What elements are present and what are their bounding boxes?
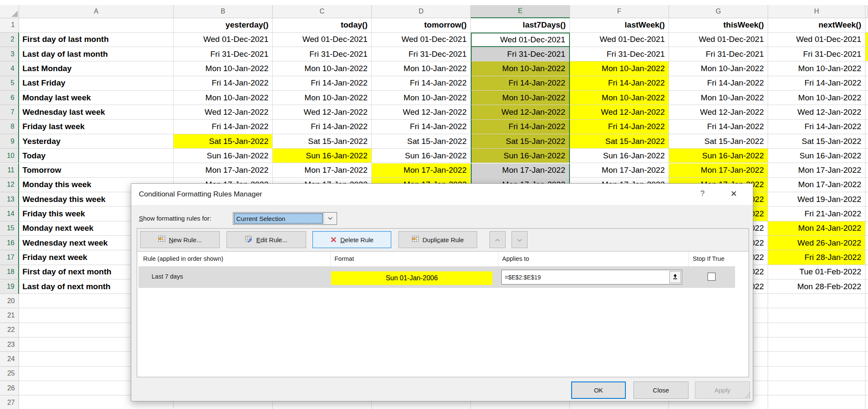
cell-H13[interactable]: Wed 19-Jan-2022 bbox=[768, 192, 865, 207]
cell-H12[interactable]: Mon 17-Jan-2022 bbox=[768, 178, 865, 192]
row-header-9[interactable]: 9 bbox=[0, 134, 19, 149]
cell-I22[interactable] bbox=[865, 323, 868, 337]
column-header-C[interactable]: C bbox=[273, 5, 372, 18]
cell-H26[interactable] bbox=[768, 381, 865, 395]
cell-F7[interactable]: Wed 12-Jan-2022 bbox=[570, 105, 669, 119]
row-header-19[interactable]: 19 bbox=[0, 279, 19, 294]
row-header-5[interactable]: 5 bbox=[0, 76, 19, 91]
cell-H14[interactable]: Fri 21-Jan-2022 bbox=[768, 207, 865, 221]
delete-rule-button[interactable]: ✕ Delete Rule bbox=[312, 231, 391, 248]
cell-H8[interactable]: Fri 14-Jan-2022 bbox=[768, 120, 865, 134]
cell-E3[interactable]: Fri 31-Dec-2021 bbox=[471, 47, 570, 61]
column-header-I[interactable] bbox=[865, 5, 868, 18]
cell-H24[interactable] bbox=[768, 352, 865, 366]
row-header-15[interactable]: 15 bbox=[0, 221, 19, 236]
cell-E6[interactable]: Mon 10-Jan-2022 bbox=[471, 91, 570, 105]
row-header-17[interactable]: 17 bbox=[0, 250, 19, 265]
select-all-corner[interactable] bbox=[0, 5, 19, 18]
cell-B10[interactable]: Sun 16-Jan-2022 bbox=[174, 149, 273, 163]
cell-E11[interactable]: Mon 17-Jan-2022 bbox=[471, 163, 570, 178]
cell-H18[interactable]: Tue 01-Feb-2022 bbox=[768, 265, 865, 279]
cell-I4[interactable] bbox=[865, 61, 868, 76]
column-header-B[interactable]: B bbox=[174, 5, 273, 18]
cell-A11[interactable]: Tomorrow bbox=[19, 163, 174, 178]
cell-G2[interactable]: Wed 01-Dec-2021 bbox=[669, 33, 768, 47]
cell-E2[interactable]: Wed 01-Dec-2021 bbox=[471, 33, 570, 47]
cell-I20[interactable] bbox=[865, 294, 868, 308]
cell-H2[interactable]: Wed 01-Dec-2021 bbox=[768, 33, 865, 47]
cell-C4[interactable]: Mon 10-Jan-2022 bbox=[273, 61, 372, 76]
cell-I26[interactable] bbox=[865, 381, 868, 395]
cell-I23[interactable] bbox=[865, 337, 868, 352]
cell-C8[interactable]: Fri 14-Jan-2022 bbox=[273, 120, 372, 134]
row-header-7[interactable]: 7 bbox=[0, 105, 19, 119]
cell-H6[interactable]: Mon 10-Jan-2022 bbox=[768, 91, 865, 105]
cell-D1[interactable]: tomorrow() bbox=[372, 18, 471, 33]
row-header-23[interactable]: 23 bbox=[0, 337, 19, 352]
column-header-F[interactable]: F bbox=[570, 5, 669, 18]
collapse-dialog-button[interactable] bbox=[669, 271, 681, 283]
cell-H7[interactable]: Wed 12-Jan-2022 bbox=[768, 105, 865, 119]
cell-C5[interactable]: Fri 14-Jan-2022 bbox=[273, 76, 372, 91]
cell-B3[interactable]: Fri 31-Dec-2021 bbox=[174, 47, 273, 61]
cell-C3[interactable]: Fri 31-Dec-2021 bbox=[273, 47, 372, 61]
cell-I7[interactable] bbox=[865, 105, 868, 119]
cell-H21[interactable] bbox=[768, 309, 865, 323]
cell-C11[interactable]: Mon 17-Jan-2022 bbox=[273, 163, 372, 178]
cell-C6[interactable]: Mon 10-Jan-2022 bbox=[273, 91, 372, 105]
cell-B11[interactable]: Mon 17-Jan-2022 bbox=[174, 163, 273, 178]
cell-F3[interactable]: Fri 31-Dec-2021 bbox=[570, 47, 669, 61]
cell-F10[interactable]: Sun 16-Jan-2022 bbox=[570, 149, 669, 163]
cell-B2[interactable]: Wed 01-Dec-2021 bbox=[174, 33, 273, 47]
cell-A10[interactable]: Today bbox=[19, 149, 174, 163]
row-header-1[interactable]: 1 bbox=[0, 18, 19, 33]
row-header-21[interactable]: 21 bbox=[0, 309, 19, 323]
cell-I15[interactable] bbox=[865, 221, 868, 236]
cell-I19[interactable] bbox=[865, 279, 868, 294]
cell-I24[interactable] bbox=[865, 352, 868, 366]
cell-D5[interactable]: Fri 14-Jan-2022 bbox=[372, 76, 471, 91]
cell-C2[interactable]: Wed 01-Dec-2021 bbox=[273, 33, 372, 47]
cell-B4[interactable]: Mon 10-Jan-2022 bbox=[174, 61, 273, 76]
cell-A8[interactable]: Friday last week bbox=[19, 120, 174, 134]
cell-C9[interactable]: Sat 15-Jan-2022 bbox=[273, 134, 372, 149]
cell-I25[interactable] bbox=[865, 367, 868, 381]
row-header-18[interactable]: 18 bbox=[0, 265, 19, 279]
cell-D10[interactable]: Sun 16-Jan-2022 bbox=[372, 149, 471, 163]
cell-G7[interactable]: Wed 12-Jan-2022 bbox=[669, 105, 768, 119]
cell-A3[interactable]: Last day of last month bbox=[19, 47, 174, 61]
cell-D6[interactable]: Mon 10-Jan-2022 bbox=[372, 91, 471, 105]
row-header-2[interactable]: 2 bbox=[0, 33, 19, 47]
cell-A9[interactable]: Yesterday bbox=[19, 134, 174, 149]
cell-A4[interactable]: Last Monday bbox=[19, 61, 174, 76]
cell-I17[interactable] bbox=[865, 250, 868, 265]
cell-H19[interactable]: Mon 28-Feb-2022 bbox=[768, 279, 865, 294]
column-header-A[interactable]: A bbox=[19, 5, 174, 18]
cell-F9[interactable]: Sat 15-Jan-2022 bbox=[570, 134, 669, 149]
row-header-14[interactable]: 14 bbox=[0, 207, 19, 221]
cell-E10[interactable]: Sun 16-Jan-2022 bbox=[471, 149, 570, 163]
cell-H9[interactable]: Sat 15-Jan-2022 bbox=[768, 134, 865, 149]
cell-I21[interactable] bbox=[865, 309, 868, 323]
move-rule-down-button[interactable] bbox=[511, 231, 528, 248]
cell-I11[interactable] bbox=[865, 163, 868, 178]
cell-E1[interactable]: last7Days() bbox=[471, 18, 570, 33]
cell-A2[interactable]: First day of last month bbox=[19, 33, 174, 47]
cell-F1[interactable]: lastWeek() bbox=[570, 18, 669, 33]
cell-H27[interactable] bbox=[768, 395, 865, 409]
row-header-13[interactable]: 13 bbox=[0, 192, 19, 207]
duplicate-rule-button[interactable]: Duplicate Rule bbox=[398, 231, 477, 248]
cell-I16[interactable] bbox=[865, 236, 868, 250]
cell-H10[interactable]: Sun 16-Jan-2022 bbox=[768, 149, 865, 163]
cell-G11[interactable]: Mon 17-Jan-2022 bbox=[669, 163, 768, 178]
cell-E5[interactable]: Fri 14-Jan-2022 bbox=[471, 76, 570, 91]
cell-I14[interactable] bbox=[865, 207, 868, 221]
row-header-6[interactable]: 6 bbox=[0, 91, 19, 105]
cell-A5[interactable]: Last Friday bbox=[19, 76, 174, 91]
cell-G8[interactable]: Fri 14-Jan-2022 bbox=[669, 120, 768, 134]
cell-H11[interactable]: Mon 17-Jan-2022 bbox=[768, 163, 865, 178]
row-header-16[interactable]: 16 bbox=[0, 236, 19, 250]
cell-G6[interactable]: Mon 10-Jan-2022 bbox=[669, 91, 768, 105]
row-header-3[interactable]: 3 bbox=[0, 47, 19, 61]
cell-I27[interactable] bbox=[865, 395, 868, 409]
